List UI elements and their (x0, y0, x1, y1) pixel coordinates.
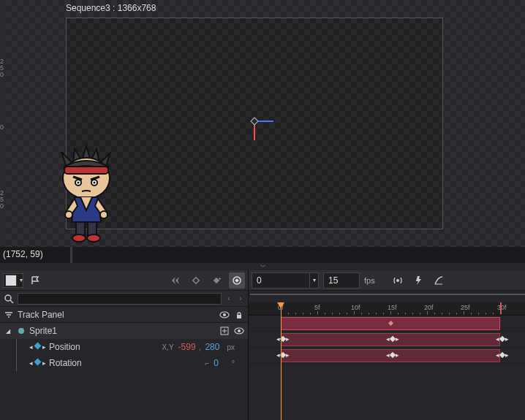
svg-point-32 (396, 279, 399, 282)
svg-point-3 (78, 182, 80, 184)
svg-point-31 (238, 329, 241, 332)
keyframe-add-icon[interactable]: + (208, 272, 224, 289)
position-x-value[interactable]: -599 (178, 342, 196, 352)
keyframe-marker[interactable]: ◂▸ (386, 335, 399, 343)
dope-track-sprite[interactable] (249, 316, 525, 332)
keyframe-fill-icon[interactable] (34, 343, 42, 350)
current-frame-input[interactable]: 0 (252, 272, 310, 289)
sequence-title: Sequence3 : 1366x768 (66, 3, 156, 13)
track-panel-container: ▾ + ‹ › (0, 270, 249, 420)
svg-point-18 (5, 295, 11, 301)
property-name: Rotation (49, 358, 202, 368)
keyframe-fill-icon[interactable] (34, 359, 42, 366)
keyframe-marker[interactable]: ◂▸ (386, 351, 399, 359)
ruler-tick: 25f (461, 304, 470, 311)
keyframe-marker[interactable]: ◂▸ (276, 351, 290, 359)
svg-rect-1 (64, 167, 108, 174)
keyframe-prev-icon[interactable] (167, 272, 184, 289)
moment-icon[interactable] (410, 272, 426, 289)
add-track-icon[interactable] (219, 325, 230, 337)
ruler-tick: 5f (314, 304, 320, 311)
svg-rect-9 (88, 222, 97, 235)
ruler-tick: 10f (351, 304, 360, 311)
key-next-icon[interactable]: ▸ (42, 359, 46, 367)
svg-point-24 (223, 313, 226, 316)
rotation-mode-icon: ⌐ (205, 359, 209, 367)
svg-line-19 (10, 300, 13, 303)
sprite-icon (16, 327, 26, 335)
track-row-position[interactable]: ◂ ▸ Position X,Y -599, 280 px (0, 339, 248, 355)
keyframe-marker[interactable]: ◂▸ (496, 351, 509, 359)
origin-gizmo[interactable] (254, 121, 255, 122)
ruler-mark: 0 (0, 124, 4, 131)
playhead[interactable] (281, 302, 282, 420)
key-prev-icon[interactable]: ◂ (29, 359, 33, 367)
sprite-instance[interactable] (53, 145, 120, 244)
status-bar: (1752, 59) (0, 247, 525, 263)
ruler-mark: 2 5 0 (0, 58, 4, 78)
keyframe-marker[interactable]: ◂▸ (276, 335, 290, 343)
track-search-row: ‹ › (0, 291, 248, 307)
svg-rect-13 (193, 277, 199, 283)
track-visibility-icon[interactable] (233, 325, 245, 337)
frame-dropdown-icon[interactable]: ▾ (310, 272, 319, 289)
clip-end-marker[interactable] (500, 302, 502, 314)
track-panel-header: Track Panel (0, 307, 248, 323)
position-y-value[interactable]: 280 (205, 342, 219, 352)
curve-editor-icon[interactable] (431, 272, 447, 289)
search-icon[interactable] (3, 293, 15, 305)
flag-icon[interactable] (28, 272, 44, 289)
dope-track-position[interactable]: ◂▸ ◂▸ ◂▸ (249, 332, 525, 348)
track-name: Sprite1 (29, 326, 216, 336)
svg-point-10 (72, 234, 86, 242)
filter-icon[interactable] (3, 309, 15, 321)
svg-point-26 (18, 328, 24, 334)
broadcast-icon[interactable] (390, 272, 406, 289)
panel-collapse-handle[interactable]: ︾ (0, 263, 525, 270)
expand-toggle-icon[interactable]: ◢ (6, 328, 10, 335)
visibility-column-icon[interactable] (219, 309, 230, 321)
position-unit: px (227, 343, 235, 351)
dope-sheet[interactable]: 0 ▾ 15 fps 0f 5f 10f 15f 20f 25f 30f (249, 270, 525, 420)
track-row-sprite[interactable]: ◢ Sprite1 (0, 323, 248, 339)
vertical-ruler: 2 5 0 0 2 5 0 (0, 0, 6, 247)
timeline-ruler[interactable]: 0f 5f 10f 15f 20f 25f 30f (249, 302, 525, 316)
svg-point-11 (87, 234, 100, 242)
canvas-viewport[interactable]: 2 5 0 0 2 5 0 Sequence3 : 1366x768 (0, 0, 525, 247)
auto-key-icon[interactable] (229, 272, 245, 289)
keyframe-nav[interactable]: ◂ ▸ (29, 359, 46, 367)
key-prev-icon[interactable]: ◂ (29, 343, 33, 351)
dope-track-rotation[interactable]: ◂▸ ◂▸ ◂▸ (249, 348, 525, 364)
track-row-rotation[interactable]: ◂ ▸ Rotation ⌐ 0 ° (0, 355, 248, 371)
cursor-coords: (1752, 59) (3, 249, 43, 259)
view-mode-dropdown[interactable]: ▾ (3, 273, 23, 288)
dope-tracks[interactable]: ◂▸ ◂▸ ◂▸ ◂▸ ◂▸ ◂▸ (249, 316, 525, 420)
lock-column-icon[interactable] (233, 309, 245, 321)
gizmo-x-axis[interactable] (257, 121, 273, 122)
ruler-mark: 2 5 0 (0, 190, 4, 210)
search-next-icon[interactable]: › (236, 294, 245, 302)
svg-point-7 (100, 211, 107, 218)
keyframe-nav[interactable]: ◂ ▸ (29, 343, 46, 351)
key-next-icon[interactable]: ▸ (42, 343, 46, 351)
rotation-value[interactable]: 0 (214, 358, 219, 368)
ruler-tick: 30f (497, 304, 507, 311)
svg-rect-12 (6, 275, 16, 285)
svg-point-6 (65, 211, 72, 218)
track-search-input[interactable] (18, 293, 222, 305)
keyframe-marker[interactable]: ◂▸ (496, 335, 509, 343)
track-panel-label: Track Panel (18, 310, 216, 320)
svg-rect-25 (237, 315, 241, 318)
ruler-tick: 20f (424, 304, 434, 311)
search-prev-icon[interactable]: ‹ (224, 294, 233, 302)
svg-point-5 (94, 182, 96, 184)
playback-toolbar: 0 ▾ 15 fps (249, 270, 525, 291)
fps-input[interactable]: 15 (323, 272, 360, 289)
keyframe-outline-icon[interactable] (188, 272, 204, 289)
property-name: Position (49, 342, 159, 352)
svg-text:+: + (219, 276, 222, 280)
fps-label: fps (364, 276, 375, 285)
timeline-top-rule (250, 294, 525, 301)
svg-rect-17 (235, 278, 239, 283)
gizmo-y-axis[interactable] (254, 124, 255, 140)
